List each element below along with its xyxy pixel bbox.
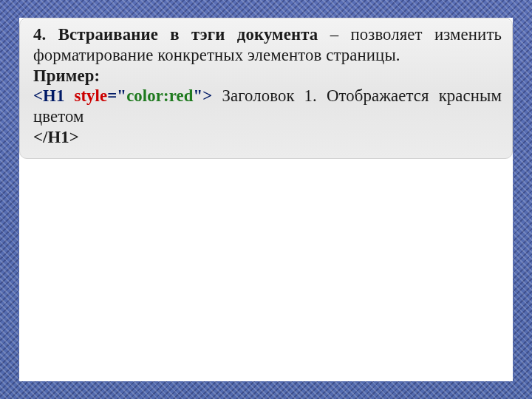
code-qgt: "> [194, 86, 213, 105]
code-value: color:red [126, 86, 193, 105]
title-bold: 4. Встраивание в тэги документа [33, 25, 318, 44]
code-eq: =" [107, 86, 126, 105]
label-example: Пример: [33, 66, 502, 86]
slide-border: 4. Встраивание в тэги документа – позвол… [0, 0, 532, 399]
paragraph-main: 4. Встраивание в тэги документа – позвол… [33, 24, 502, 66]
code-attr: style [74, 86, 107, 105]
code-line-close: </H1> [33, 127, 502, 148]
content-box: 4. Встраивание в тэги документа – позвол… [19, 18, 513, 159]
code-line-open: <H1 style="color:red"> Заголовок 1. Отоб… [33, 86, 502, 127]
code-tag: H1 [43, 86, 74, 105]
slide-page: 4. Встраивание в тэги документа – позвол… [19, 18, 513, 381]
code-lt: < [33, 86, 43, 105]
